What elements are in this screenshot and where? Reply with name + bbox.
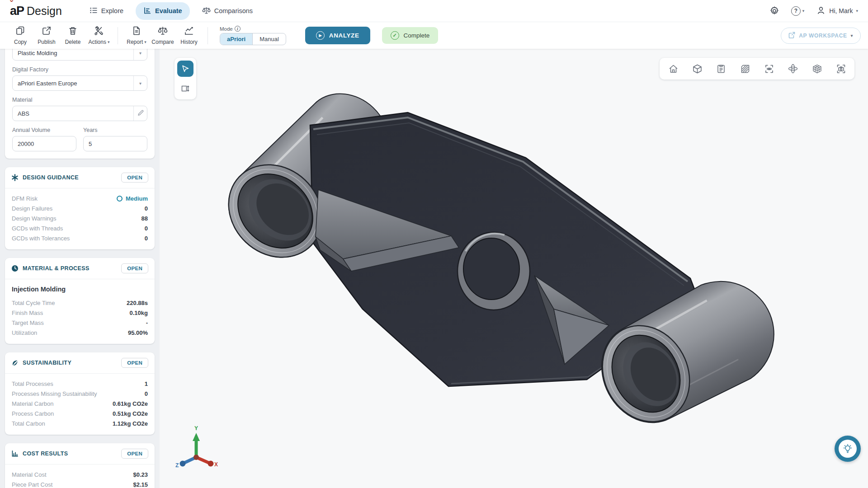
insights-fab[interactable] bbox=[835, 436, 861, 462]
main-nav: Explore Evaluate Comparisons bbox=[82, 2, 260, 20]
design-warnings-row: Design Warnings 88 bbox=[12, 213, 148, 223]
evaluate-chart-icon bbox=[143, 6, 151, 16]
history-label: History bbox=[180, 39, 197, 45]
toolbar-divider bbox=[118, 27, 118, 44]
compare-scale-icon bbox=[158, 26, 168, 38]
trash-icon bbox=[68, 26, 78, 38]
isometric-view-button[interactable] bbox=[688, 60, 706, 78]
home-view-button[interactable] bbox=[664, 60, 682, 78]
publish-icon bbox=[42, 26, 52, 38]
orbit-icon bbox=[788, 63, 798, 74]
history-button[interactable]: History bbox=[176, 26, 202, 45]
copy-button[interactable]: Copy bbox=[7, 26, 33, 45]
analyze-button[interactable]: ▶ ANALYZE bbox=[305, 27, 370, 44]
select-cursor-tool[interactable] bbox=[177, 61, 193, 77]
processes-missing-row: Processes Missing Sustainability 0 bbox=[12, 389, 148, 399]
tools-icon bbox=[94, 26, 104, 38]
sustainability-title: SUSTAINABILITY bbox=[23, 360, 71, 366]
piece-part-cost-row: Piece Part Cost $2.15 bbox=[12, 479, 148, 488]
process-group-select[interactable]: Plastic Molding ▾ bbox=[12, 49, 147, 61]
copy-label: Copy bbox=[14, 39, 27, 45]
design-guidance-open-button[interactable]: OPEN bbox=[121, 173, 148, 183]
report-label: Report bbox=[127, 39, 143, 45]
camera-brackets-icon bbox=[836, 64, 846, 74]
annual-volume-input[interactable] bbox=[12, 136, 76, 151]
status-badge: ✓ Complete bbox=[382, 27, 439, 44]
3d-viewport[interactable]: Y X Z bbox=[160, 49, 868, 488]
sustainability-open-button[interactable]: OPEN bbox=[121, 358, 148, 368]
orbit-rotate-button[interactable] bbox=[784, 60, 802, 78]
actions-menu-button[interactable]: Actions▾ bbox=[86, 26, 112, 45]
cursor-icon bbox=[181, 65, 189, 73]
material-process-panel: MATERIAL & PROCESS OPEN Injection Moldin… bbox=[5, 258, 155, 344]
explore-list-icon bbox=[90, 6, 98, 16]
delete-label: Delete bbox=[65, 39, 81, 45]
cost-results-panel: COST RESULTS OPEN Material Cost $0.23 Pi… bbox=[5, 443, 155, 488]
mode-apriori-option[interactable]: aPriori bbox=[220, 33, 252, 45]
nav-evaluate[interactable]: Evaluate bbox=[136, 2, 190, 20]
fit-view-button[interactable] bbox=[760, 60, 778, 78]
compare-button[interactable]: Compare bbox=[150, 26, 176, 45]
cycle-time-row: Total Cycle Time 220.88s bbox=[12, 298, 148, 308]
mode-label: Mode bbox=[220, 26, 233, 32]
utilization-row: Utilization 95.00% bbox=[12, 328, 148, 338]
content-area: Plastic Molding ▾ Digital Factory aPrior… bbox=[0, 49, 868, 488]
sustainability-panel: SUSTAINABILITY OPEN Total Processes 1 Pr… bbox=[5, 352, 155, 435]
viewport-left-toolbar bbox=[175, 58, 196, 99]
external-link-icon bbox=[788, 32, 795, 40]
app-logo[interactable]: ˇaP Design bbox=[10, 4, 62, 18]
total-processes-row: Total Processes 1 bbox=[12, 379, 148, 389]
annual-volume-label: Annual Volume bbox=[12, 127, 76, 133]
analyze-label: ANALYZE bbox=[329, 32, 359, 39]
material-process-open-button[interactable]: OPEN bbox=[121, 263, 148, 273]
cost-results-open-button[interactable]: OPEN bbox=[121, 449, 148, 459]
delete-button[interactable]: Delete bbox=[60, 26, 86, 45]
compare-label: Compare bbox=[151, 39, 174, 45]
section-hatch-icon bbox=[740, 64, 750, 74]
axis-y-label: Y bbox=[194, 426, 198, 432]
ap-workspace-button[interactable]: AP WORKSPACE ▾ bbox=[781, 28, 861, 44]
settings-gear-icon[interactable] bbox=[769, 6, 779, 16]
design-guidance-panel: DESIGN GUIDANCE OPEN DFM Risk Medium Des… bbox=[5, 167, 155, 249]
actions-label: Actions bbox=[89, 39, 106, 45]
material-field[interactable]: ABS bbox=[12, 106, 147, 121]
logo-design: Design bbox=[27, 5, 62, 18]
user-avatar-icon bbox=[816, 5, 826, 17]
report-menu-button[interactable]: Report▾ bbox=[123, 26, 150, 45]
gcds-tolerances-row: GCDs with Tolerances 0 bbox=[12, 233, 148, 243]
status-label: Complete bbox=[404, 32, 430, 39]
design-guidance-asterisk-icon bbox=[11, 174, 19, 181]
nav-comparisons[interactable]: Comparisons bbox=[194, 2, 260, 20]
clipboard-list-icon bbox=[716, 64, 726, 74]
check-icon: ✓ bbox=[391, 31, 399, 40]
report-chevron-down-icon: ▾ bbox=[144, 40, 146, 44]
years-input[interactable] bbox=[83, 136, 147, 151]
mode-info-icon[interactable]: i bbox=[235, 26, 241, 32]
help-menu[interactable]: ? ▾ bbox=[791, 6, 805, 16]
mode-manual-option[interactable]: Manual bbox=[252, 33, 286, 45]
logo-caron: ˇ bbox=[10, 0, 13, 9]
material-label: Material bbox=[12, 97, 147, 103]
cad-model[interactable] bbox=[160, 49, 868, 488]
digital-factory-value: aPriori Eastern Europe bbox=[13, 80, 133, 87]
nav-explore[interactable]: Explore bbox=[82, 2, 131, 20]
user-menu[interactable]: Hi, Mark ▾ bbox=[816, 5, 858, 17]
cost-results-title: COST RESULTS bbox=[23, 450, 68, 457]
edit-pencil-icon[interactable] bbox=[137, 110, 144, 117]
header-right: ? ▾ Hi, Mark ▾ bbox=[769, 5, 858, 17]
digital-factory-label: Digital Factory bbox=[12, 66, 147, 73]
help-chevron-down-icon: ▾ bbox=[802, 9, 805, 13]
lightbulb-icon bbox=[843, 444, 853, 454]
part-details-button[interactable] bbox=[712, 60, 730, 78]
measure-icon bbox=[181, 84, 190, 93]
finish-mass-row: Finish Mass 0.10kg bbox=[12, 308, 148, 318]
actions-chevron-down-icon: ▾ bbox=[108, 40, 110, 44]
publish-button[interactable]: Publish bbox=[33, 26, 60, 45]
measure-tool[interactable] bbox=[177, 80, 193, 97]
report-doc-icon bbox=[132, 26, 142, 38]
exploded-view-button[interactable] bbox=[808, 60, 826, 78]
section-view-button[interactable] bbox=[736, 60, 754, 78]
digital-factory-select[interactable]: aPriori Eastern Europe ▾ bbox=[12, 75, 147, 91]
snapshot-button[interactable] bbox=[832, 60, 850, 78]
scenario-inputs-card: Plastic Molding ▾ Digital Factory aPrior… bbox=[5, 49, 155, 159]
